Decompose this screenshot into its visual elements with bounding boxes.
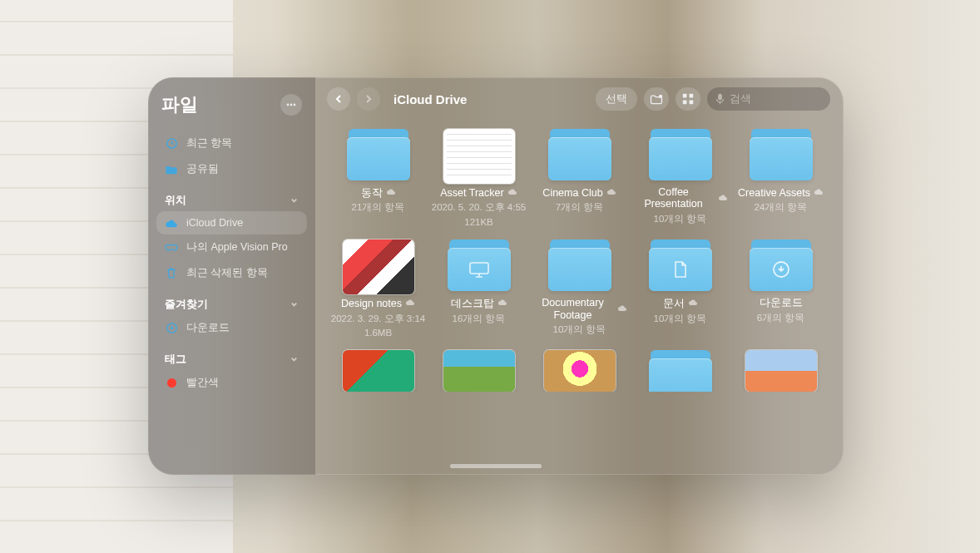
svg-rect-11 — [470, 263, 488, 274]
chevron-left-icon — [334, 94, 343, 104]
file-thumbnail — [343, 350, 414, 392]
item-name: 동작 — [361, 186, 396, 199]
download-circle-icon — [165, 322, 178, 334]
item-subtitle-2: 121KB — [464, 216, 493, 228]
cloud-status-icon — [617, 303, 627, 315]
grid-item[interactable] — [632, 345, 728, 392]
sidebar-item-icloud-drive[interactable]: iCloud Drive — [156, 211, 307, 235]
cloud-icon — [165, 218, 178, 228]
grid-item[interactable]: Coffee Presentation10개의 항목 — [632, 124, 728, 228]
grid-item[interactable]: Creative Assets24개의 항목 — [733, 124, 829, 228]
sidebar-item-label: iCloud Drive — [186, 217, 243, 229]
item-name: Documentary Footage — [532, 297, 627, 321]
cloud-status-icon — [814, 186, 824, 199]
item-subtitle: 24개의 항목 — [755, 201, 808, 213]
grid-item[interactable]: Asset Tracker2020. 5. 20. 오후 4:55121KB — [431, 124, 527, 228]
svg-point-2 — [294, 104, 296, 106]
search-input[interactable] — [730, 93, 822, 105]
app-title: 파일 — [161, 92, 198, 117]
item-name: Asset Tracker — [440, 186, 517, 199]
folder-icon — [745, 129, 817, 184]
svg-rect-6 — [683, 94, 687, 98]
forward-button[interactable] — [357, 87, 380, 111]
chevron-down-icon — [290, 299, 299, 311]
select-button[interactable]: 선택 — [596, 87, 637, 111]
sidebar-item-my-vision-pro[interactable]: 나의 Apple Vision Pro — [156, 235, 307, 260]
section-title: 즐겨찾기 — [165, 298, 208, 312]
cloud-status-icon — [386, 186, 396, 199]
file-thumbnail — [443, 350, 515, 392]
folder-icon — [645, 350, 716, 392]
item-subtitle: 2022. 3. 29. 오후 3:14 — [331, 313, 426, 324]
grid-item[interactable] — [330, 345, 426, 392]
section-title: 위치 — [165, 194, 186, 208]
item-subtitle: 2020. 5. 20. 오후 4:55 — [432, 201, 527, 213]
sidebar-section-locations[interactable]: 위치 — [156, 182, 307, 211]
chevron-down-icon — [290, 195, 299, 207]
file-grid: 동작21개의 항목Asset Tracker2020. 5. 20. 오후 4:… — [315, 117, 844, 475]
item-name: Coffee Presentation — [632, 186, 728, 210]
sidebar-item-label: 공유됨 — [186, 162, 219, 176]
sidebar-section-tags[interactable]: 태그 — [156, 341, 307, 370]
sidebar-item-recently-deleted[interactable]: 최근 삭제된 항목 — [156, 260, 307, 286]
grid-item[interactable]: 문서10개의 항목 — [632, 235, 728, 338]
folder-plus-icon — [650, 94, 663, 105]
svg-rect-10 — [718, 94, 722, 101]
item-name: 문서 — [663, 297, 698, 309]
item-subtitle: 10개의 항목 — [654, 313, 707, 324]
grid-item[interactable]: 데스크탑16개의 항목 — [431, 235, 527, 338]
item-name: 데스크탑 — [451, 297, 507, 309]
cloud-status-icon — [405, 297, 415, 309]
item-subtitle: 21개의 항목 — [352, 201, 405, 213]
vision-pro-icon — [165, 244, 178, 252]
grid-item[interactable] — [431, 345, 527, 392]
trash-icon — [165, 267, 178, 279]
folder-icon — [645, 239, 716, 294]
grid-icon — [682, 93, 694, 105]
clock-icon — [165, 137, 178, 150]
select-label: 선택 — [606, 92, 627, 106]
sidebar-item-downloads[interactable]: 다운로드 — [156, 315, 307, 341]
search-field[interactable] — [707, 87, 830, 111]
item-name: Creative Assets — [738, 186, 824, 199]
cloud-status-icon — [688, 297, 698, 309]
grid-item[interactable]: Design notes2022. 3. 29. 오후 3:141.6MB — [330, 235, 426, 338]
grid-item[interactable]: 다운로드6개의 항목 — [733, 235, 829, 338]
svg-point-1 — [290, 104, 293, 106]
folder-icon — [443, 239, 515, 294]
svg-rect-7 — [690, 94, 694, 98]
sidebar-more-button[interactable] — [280, 94, 302, 116]
sidebar-item-tag-red[interactable]: 빨간색 — [156, 370, 307, 396]
sidebar: 파일 최근 항목 공유됨 위치 iCl — [148, 77, 315, 475]
item-subtitle: 10개의 항목 — [654, 213, 707, 225]
grid-item[interactable]: Cinema Club7개의 항목 — [532, 124, 627, 228]
item-name: 다운로드 — [760, 297, 803, 309]
cloud-status-icon — [718, 192, 728, 205]
folder-icon — [645, 129, 716, 184]
grid-item[interactable]: 동작21개의 항목 — [330, 124, 426, 228]
item-subtitle-2: 1.6MB — [364, 327, 392, 338]
sidebar-item-shared[interactable]: 공유됨 — [156, 156, 307, 182]
folder-icon — [745, 239, 817, 294]
grid-item[interactable] — [532, 345, 627, 392]
item-subtitle: 7개의 항목 — [556, 201, 604, 213]
window-resize-handle[interactable] — [450, 464, 542, 468]
toolbar: iCloud Drive 선택 — [315, 77, 844, 117]
files-window: 파일 최근 항목 공유됨 위치 iCl — [148, 77, 844, 475]
new-folder-button[interactable] — [644, 87, 669, 111]
sidebar-item-recents[interactable]: 최근 항목 — [156, 131, 307, 156]
svg-rect-9 — [690, 101, 694, 105]
folder-icon — [343, 129, 414, 184]
file-thumbnail — [745, 350, 817, 392]
sidebar-item-label: 다운로드 — [186, 321, 230, 335]
grid-item[interactable] — [733, 345, 829, 392]
folder-icon — [544, 129, 616, 184]
item-name: Design notes — [341, 297, 415, 309]
folder-icon — [544, 239, 616, 294]
back-button[interactable] — [327, 87, 350, 111]
sidebar-section-favorites[interactable]: 즐겨찾기 — [156, 286, 307, 315]
grid-item[interactable]: Documentary Footage10개의 항목 — [532, 235, 627, 338]
svg-point-0 — [287, 104, 290, 106]
view-options-button[interactable] — [676, 87, 700, 111]
cloud-status-icon — [507, 186, 517, 199]
